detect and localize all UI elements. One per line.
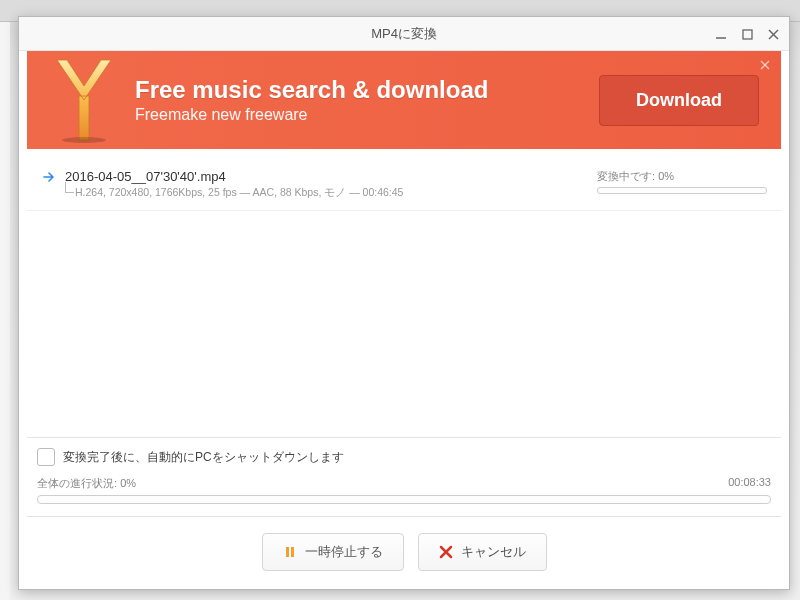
overall-label: 全体の進行状況: 0% [37, 476, 136, 491]
svg-rect-1 [743, 30, 752, 39]
cancel-label: キャンセル [461, 543, 526, 561]
shutdown-checkbox-row: 変換完了後に、自動的にPCをシャットダウンします [37, 448, 771, 466]
titlebar: MP4に変換 [19, 17, 789, 51]
bottom-section: 変換完了後に、自動的にPCをシャットダウンします 全体の進行状況: 0% 00:… [19, 438, 789, 516]
promo-banner: Free music search & download Freemake ne… [27, 51, 781, 149]
elapsed-time: 00:08:33 [728, 476, 771, 491]
file-info: 2016-04-05__07'30'40'.mp4 H.264, 720x480… [65, 169, 597, 200]
file-status: 変換中です: 0% [597, 169, 767, 194]
file-row: 2016-04-05__07'30'40'.mp4 H.264, 720x480… [27, 163, 781, 211]
pause-icon [283, 545, 297, 559]
shutdown-label: 変換完了後に、自動的にPCをシャットダウンします [63, 449, 344, 466]
close-button[interactable] [765, 26, 781, 42]
window-controls [713, 17, 781, 51]
window-title: MP4に変換 [19, 25, 789, 43]
convert-dialog: MP4に変換 [18, 16, 790, 590]
file-description: H.264, 720x480, 1766Kbps, 25 fps — AAC, … [65, 186, 597, 200]
banner-title: Free music search & download [135, 76, 599, 104]
cancel-button[interactable]: キャンセル [418, 533, 547, 571]
svg-point-4 [62, 137, 106, 143]
shutdown-checkbox[interactable] [37, 448, 55, 466]
pause-button[interactable]: 一時停止する [262, 533, 404, 571]
banner-subtitle: Freemake new freeware [135, 106, 599, 124]
file-list: 2016-04-05__07'30'40'.mp4 H.264, 720x480… [27, 163, 781, 437]
dialog-buttons: 一時停止する キャンセル [19, 517, 789, 589]
overall-progress-bar [37, 495, 771, 504]
download-button[interactable]: Download [599, 75, 759, 126]
banner-close-icon[interactable] [757, 57, 773, 73]
file-name: 2016-04-05__07'30'40'.mp4 [65, 169, 597, 184]
overall-status-row: 全体の進行状況: 0% 00:08:33 [37, 476, 771, 491]
svg-rect-8 [291, 547, 294, 557]
arrow-right-icon [41, 171, 57, 183]
svg-rect-7 [286, 547, 289, 557]
pause-label: 一時停止する [305, 543, 383, 561]
file-progress-bar [597, 187, 767, 194]
cancel-icon [439, 545, 453, 559]
maximize-button[interactable] [739, 26, 755, 42]
freemake-logo-icon [39, 51, 129, 149]
file-status-label: 変換中です: 0% [597, 169, 767, 184]
banner-text: Free music search & download Freemake ne… [135, 76, 599, 124]
minimize-button[interactable] [713, 26, 729, 42]
